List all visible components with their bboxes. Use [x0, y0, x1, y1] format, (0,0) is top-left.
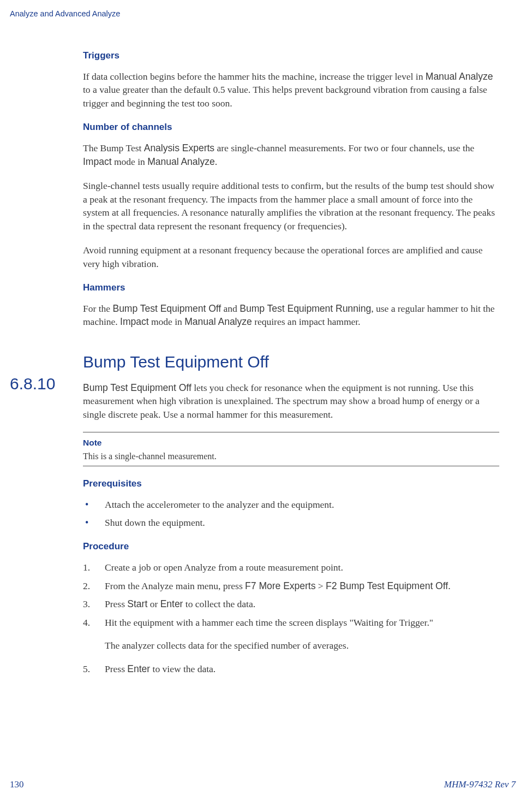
- term-bump-running: Bump Test Equipment Running: [240, 303, 371, 314]
- term-f2: F2 Bump Test Equipment Off: [326, 580, 448, 591]
- term-impact: Impact: [83, 156, 112, 167]
- hammers-text-b: and: [221, 303, 240, 314]
- list-item: Hit the equipment with a hammer each tim…: [83, 616, 499, 652]
- channels-text-c: mode in: [112, 156, 148, 167]
- procedure-list: Create a job or open Analyze from a rout…: [83, 561, 499, 675]
- section-title: Bump Test Equipment Off: [83, 351, 499, 373]
- list-item: Attach the accelerometer to the analyzer…: [83, 498, 499, 512]
- triggers-paragraph: If data collection begins before the ham…: [83, 70, 499, 110]
- triggers-heading: Triggers: [83, 49, 499, 62]
- term-manual-analyze: Manual Analyze: [426, 71, 493, 82]
- procedure-heading: Procedure: [83, 540, 499, 553]
- note-label: Note: [83, 437, 499, 449]
- triggers-text-a: If data collection begins before the ham…: [83, 71, 426, 82]
- term-start: Start: [127, 598, 147, 609]
- channels-paragraph-3: Avoid running equipment at a resonant fr…: [83, 244, 499, 270]
- page-content: Triggers If data collection begins befor…: [83, 44, 499, 680]
- channels-text-a: The Bump Test: [83, 143, 144, 153]
- step2-c: .: [448, 580, 450, 591]
- term-bump-off: Bump Test Equipment Off: [112, 303, 221, 314]
- note-block: Note This is a single-channel measuremen…: [83, 432, 499, 466]
- channels-heading: Number of channels: [83, 121, 499, 134]
- hammers-text-a: For the: [83, 303, 112, 314]
- step4-text: Hit the equipment with a hammer each tim…: [105, 617, 433, 628]
- step3-c: to collect the data.: [183, 598, 255, 609]
- list-item: Press Enter to view the data.: [83, 662, 499, 676]
- triggers-text-b: to a value greater than the default 0.5 …: [83, 84, 487, 109]
- page-number: 130: [10, 778, 24, 791]
- channels-text-b: are single-channel measurements. For two…: [214, 143, 474, 153]
- hammers-paragraph: For the Bump Test Equipment Off and Bump…: [83, 302, 499, 329]
- channels-text-d: .: [215, 156, 217, 167]
- list-item: From the Analyze main menu, press F7 Mor…: [83, 579, 499, 593]
- term-bump-off-intro: Bump Test Equipment Off: [83, 382, 192, 393]
- list-item: Press Start or Enter to collect the data…: [83, 597, 499, 611]
- step3-b: or: [147, 598, 160, 609]
- step4-subtext: The analyzer collects data for the speci…: [105, 639, 499, 652]
- running-header: Analyze and Advanced Analyze: [10, 8, 120, 19]
- hammers-text-d: mode in: [149, 316, 185, 327]
- step5-b: to view the data.: [150, 663, 216, 674]
- list-item: Shut down the equipment.: [83, 516, 499, 530]
- term-manual-analyze-3: Manual Analyze: [184, 316, 252, 327]
- section-number: 6.8.10: [10, 372, 55, 395]
- term-enter-2: Enter: [127, 663, 150, 674]
- term-manual-analyze-2: Manual Analyze: [147, 156, 215, 167]
- prerequisites-list: Attach the accelerometer to the analyzer…: [83, 498, 499, 529]
- step2-b: >: [315, 580, 326, 591]
- step3-a: Press: [105, 598, 127, 609]
- hammers-heading: Hammers: [83, 281, 499, 294]
- prerequisites-heading: Prerequisites: [83, 477, 499, 490]
- term-f7: F7 More Experts: [245, 580, 315, 591]
- channels-paragraph-1: The Bump Test Analysis Experts are singl…: [83, 141, 499, 168]
- term-enter: Enter: [160, 598, 183, 609]
- note-text: This is a single-channel measurement.: [83, 450, 499, 462]
- list-item: Create a job or open Analyze from a rout…: [83, 561, 499, 574]
- step2-a: From the Analyze main menu, press: [105, 580, 245, 591]
- doc-id: MHM-97432 Rev 7: [444, 778, 516, 791]
- page-footer: 130 MHM-97432 Rev 7: [10, 778, 516, 791]
- channels-paragraph-2: Single-channel tests usually require add…: [83, 179, 499, 233]
- step5-a: Press: [105, 663, 127, 674]
- term-analysis-experts: Analysis Experts: [144, 143, 214, 153]
- term-impact-2: Impact: [120, 316, 149, 327]
- section-intro: Bump Test Equipment Off lets you check f…: [83, 381, 499, 422]
- hammers-text-e: requires an impact hammer.: [252, 316, 361, 327]
